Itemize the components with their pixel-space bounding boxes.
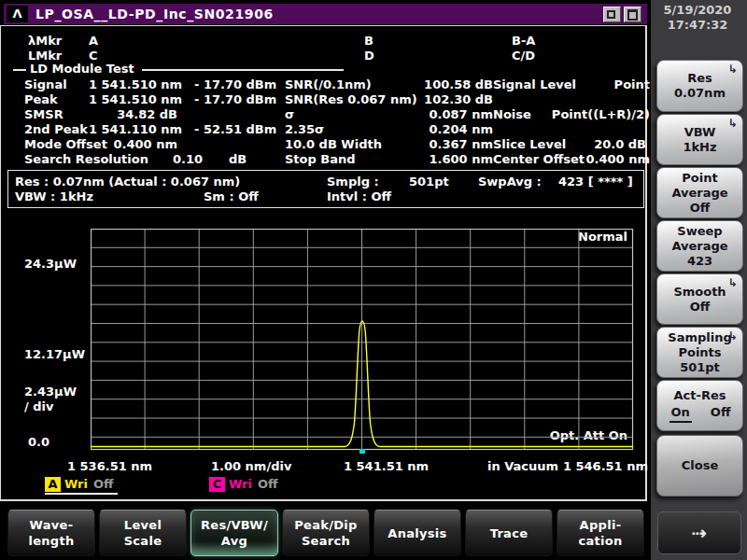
sigma235-value: 0.204 nm [430,123,493,136]
softkey-sweep-average[interactable]: SweepAverage423 [656,220,743,272]
softkey-point-average-label: Off [690,201,711,216]
signal-level-label: Signal Level [493,78,576,91]
trace-a-mode: Wri [64,477,88,491]
sigma-value: 0.087 nm [430,108,493,121]
second-peak-power: - 52.51 dBm [194,123,276,136]
submenu-arrow-icon: ↳ [728,329,738,343]
function-key-analysis[interactable]: Analysis [374,510,461,556]
noise-label: Noise [493,108,531,121]
trace-c-indicator: CWriOff [209,477,278,494]
more-menus-button[interactable]: ⇢ [657,511,741,554]
snr-label: SNR(/0.1nm) [285,78,372,91]
softkey-smooth-label: Off [690,300,711,315]
softkey-smooth[interactable]: ↳SmoothOff [656,273,743,325]
function-key-wavelength[interactable]: Wave-length [7,510,95,556]
module-test-header: LD Module Test [30,63,134,76]
db-width-label: 10.0 dB Width [285,138,382,151]
function-key-res-vbw-avg[interactable]: Res/VBW/Avg [190,510,278,556]
softkey-smooth-label: Smooth [673,285,726,300]
function-key-trace[interactable]: Trace [465,510,553,556]
info-sm: Sm : Off [204,190,259,203]
softkey-act-res[interactable]: Act-ResOnOff [656,380,743,431]
db-width-value: 0.367 nm [430,138,493,151]
softkey-sweep-average-label: 423 [687,254,712,269]
softkey-act-res-on[interactable]: On [669,405,692,423]
mode-offset-label: Mode Offset [24,138,107,151]
marker-row1-diff: B-A [512,35,535,48]
marker-row1-a: A [89,35,98,48]
x-axis-center: 1 541.51 nm [344,460,429,473]
x-axis-perdiv: 1.00 nm/div [211,460,291,473]
second-peak-label: 2nd Peak [24,123,88,136]
window-titlebar: Λ LP_OSA__LD-PD_Inc_SN021906 [4,4,647,24]
y-axis-perdiv: 2.43µW [24,385,77,399]
center-marker [359,449,365,454]
snr-res-value: 102.30 dB [424,93,493,106]
function-key-wavelength-label: Wave- [30,517,74,533]
softkey-close[interactable]: Close [656,435,743,497]
info-smplg-value: 501pt [409,175,449,189]
search-resolution-value: 0.10 [173,153,203,166]
softkey-sweep-average-label: Sweep [677,224,722,239]
softkey-act-res-label: Act-Res [674,388,726,403]
function-key-application[interactable]: Appli-cation [557,510,644,556]
clock-time: 17:47:32 [651,18,744,33]
softkey-sampling-points-label: 501pt [680,360,720,375]
function-key-application-label: Appli- [580,517,622,533]
app-logo-icon: Λ [7,6,28,22]
info-res: Res : 0.07nm (Actual : 0.067 nm) [15,175,240,189]
info-intvl: Intvl : Off [327,190,391,203]
function-key-res-vbw-avg-label: Avg [221,533,247,549]
y-axis-perdiv2: / div [24,400,54,413]
signal-power: - 17.70 dBm [194,78,276,91]
signal-label: Signal [24,78,67,91]
signal-level-value: Point [614,78,650,91]
snr-value: 100.58 dB [424,78,493,91]
info-swpavg-value: 423 [ **** ] [558,175,633,189]
slice-level-value: 20.0 dB [594,138,646,151]
function-key-level-scale[interactable]: LevelScale [99,510,187,556]
mode-offset-value: 0.400 nm [114,138,177,151]
info-smplg-label: Smplg : [327,175,379,189]
marker-row1-label: λMkr [28,35,62,48]
x-axis-end: 1 546.51 nm [563,460,648,473]
trace-c-badge: C [209,477,225,492]
marker-row2-ratio: C/D [512,49,535,63]
softkey-res-label: 0.07nm [674,86,726,101]
function-key-wavelength-label: length [28,533,74,549]
more-arrow-icon: ⇢ [692,522,708,544]
softkey-point-average-label: Average [671,186,727,201]
submenu-arrow-icon: ↳ [728,275,738,290]
clock-date: 5/19/2020 [651,3,744,18]
softkey-point-average-label: Point [682,171,717,186]
softkey-point-average[interactable]: PointAverageOff [656,167,743,218]
function-key-peak-dip-search-label: Peak/Dip [294,517,357,533]
softkey-sampling-points[interactable]: ↳SamplingPoints501pt [656,327,743,378]
softkey-vbw[interactable]: ↳VBW1kHz [656,114,743,165]
submenu-arrow-icon: ↳ [728,116,738,131]
smsr-label: SMSR [24,108,63,121]
function-key-peak-dip-search-label: Search [302,533,350,549]
function-key-res-vbw-avg-label: Res/VBW/ [201,517,268,533]
minimize-button[interactable] [603,7,621,22]
info-swpavg-label: SwpAvg : [478,175,542,189]
snr-res-label: SNR(Res 0.067 nm) [285,93,417,106]
trace-a-indicator: AWriOff [45,477,114,494]
function-key-trace-label: Trace [490,525,529,541]
softkey-sampling-points-label: Points [678,345,721,360]
softkey-res[interactable]: ↳Res0.07nm [656,60,743,112]
maximize-button[interactable] [624,7,641,22]
trace-c-state: Off [258,477,278,491]
softkey-act-res-off[interactable]: Off [711,405,731,423]
peak-wavelength: 1 541.510 nm [89,93,182,106]
softkey-close-label: Close [682,458,718,473]
marker-row2-c: C [89,49,98,63]
softkey-sampling-points-label: Sampling [668,330,731,345]
search-resolution-label: Search Resolution [24,153,148,166]
softkey-sweep-average-label: Average [671,239,727,254]
x-axis-medium: in Vacuum [487,460,558,473]
function-key-peak-dip-search[interactable]: Peak/DipSearch [282,510,370,556]
peak-power: - 17.70 dBm [194,93,276,106]
marker-row2-d: D [364,49,374,63]
second-peak-wavelength: 1 541.110 nm [89,123,182,136]
